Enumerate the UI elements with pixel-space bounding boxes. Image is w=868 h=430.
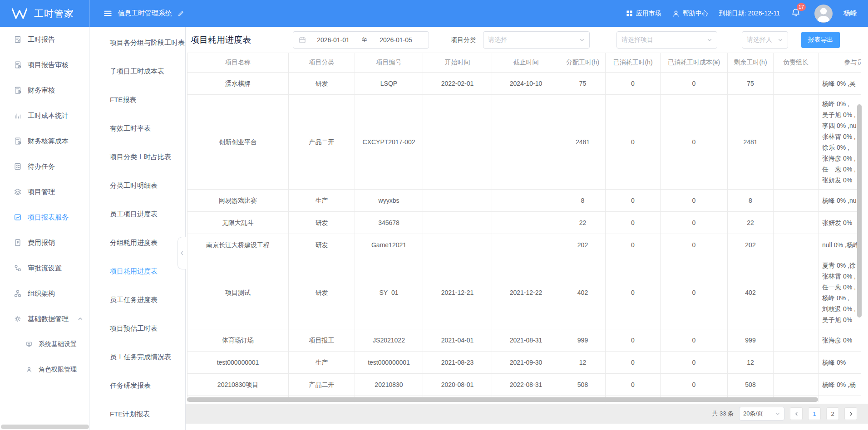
report-menu-item[interactable]: FTE报表 <box>90 86 185 114</box>
cell-category: 产品二开 <box>289 95 355 190</box>
cell-project-code: Game12021 <box>355 234 423 256</box>
main-panel: 项目耗用进度表 2026-01-01 至 2026-01-05 项目分类 请选择… <box>186 27 868 430</box>
date-end-input[interactable]: 2026-01-05 <box>369 36 423 44</box>
document-audit-icon <box>14 61 22 69</box>
report-menu-label: FTE计划报表 <box>110 410 150 419</box>
sidebar-item-base-data-management[interactable]: 基础数据管理 <box>0 306 89 332</box>
vertical-scrollbar[interactable] <box>857 104 862 318</box>
layers-icon <box>14 188 22 196</box>
project-placeholder: 请选择项目 <box>621 36 653 44</box>
person-select[interactable]: 请选择人 <box>742 31 788 49</box>
project-select[interactable]: 请选择项目 <box>616 31 717 49</box>
collapse-sidebar-handle[interactable] <box>178 237 186 269</box>
report-menu-item[interactable]: 有效工时率表 <box>90 114 185 143</box>
report-menu-label: 分类工时明细表 <box>110 181 158 190</box>
page-2-button[interactable]: 2 <box>826 407 839 420</box>
sidebar-item-worktime-cost-stats[interactable]: 工时成本统计 <box>0 103 89 128</box>
next-page-button[interactable] <box>844 407 857 420</box>
report-menu-item[interactable]: 分组耗用进度表 <box>90 229 185 257</box>
total-count: 共 33 条 <box>712 410 734 418</box>
notifications-button[interactable]: 17 <box>791 8 801 19</box>
report-menu-item[interactable]: 员工任务完成情况表 <box>90 343 185 371</box>
report-menu-item[interactable]: 员工项目进度表 <box>90 200 185 229</box>
export-button[interactable]: 报表导出 <box>801 32 840 48</box>
cell-consumed-hours: 0 <box>606 95 661 190</box>
sidebar-item-system-base-settings[interactable]: 系统基础设置 <box>0 332 89 357</box>
cell-allocated-hours: 22 <box>560 212 606 234</box>
report-menu-item[interactable]: 员工任务进度表 <box>90 286 185 314</box>
report-menu-label: 项目分类工时占比表 <box>110 153 171 161</box>
report-menu-item[interactable]: 项目分类工时占比表 <box>90 143 185 171</box>
report-menu-item[interactable]: 任务研发报表 <box>90 371 185 400</box>
report-menu-item[interactable]: FTE计划报表 <box>90 400 185 429</box>
page-1-button[interactable]: 1 <box>808 407 821 420</box>
horizontal-scrollbar[interactable] <box>187 397 818 402</box>
sidebar-item-finance-audit[interactable]: 财务审核 <box>0 78 89 103</box>
cell-allocated-hours: 202 <box>560 234 606 256</box>
report-menu-label: 任务研发报表 <box>110 381 151 390</box>
cell-participants: 夏青 0% ,徐 张林霄 0% , 任一葱 0% , 杨峰 0% , 刘枝迟 0… <box>819 256 861 329</box>
report-menu-item[interactable]: 项目预估工时表 <box>90 314 185 343</box>
prev-page-button[interactable] <box>790 407 803 420</box>
menu-toggle-icon[interactable] <box>104 9 112 18</box>
cell-consumed-hours: 0 <box>606 190 661 212</box>
cell-end-date <box>492 95 560 190</box>
edit-system-name-icon[interactable] <box>178 10 184 17</box>
cell-start-date <box>423 95 492 190</box>
column-header: 分配工时(h) <box>560 53 606 73</box>
chevron-up-icon <box>78 316 83 322</box>
sidebar-item-timesheet-report[interactable]: 工时报告 <box>0 27 89 52</box>
sidebar-item-project-management[interactable]: 项目管理 <box>0 179 89 205</box>
sidebar-item-role-permission[interactable]: 角色权限管理 <box>0 357 89 382</box>
page-size-select[interactable]: 20条/页 <box>739 407 784 420</box>
category-select[interactable]: 请选择 <box>483 31 590 49</box>
cell-allocated-hours: 2481 <box>560 95 606 190</box>
report-menu-item[interactable]: 项目各分组与阶段工时表 <box>90 29 185 57</box>
report-menu-label: 员工任务完成情况表 <box>110 353 171 362</box>
sidebar-item-org-structure[interactable]: 组织架构 <box>0 281 89 306</box>
cell-project-name: test000000001 <box>187 352 289 374</box>
date-range-picker[interactable]: 2026-01-01 至 2026-01-05 <box>293 31 429 49</box>
app-market-link[interactable]: 应用市场 <box>626 10 661 18</box>
report-menu-item[interactable]: 项目耗用进度表 <box>90 257 185 286</box>
sidebar-item-expense-reimbursement[interactable]: 费用报销 <box>0 230 89 255</box>
table-row: 溧水棋牌 研发 LSQP 2022-02-01 2024-10-10 75 0 … <box>187 73 861 95</box>
org-tree-icon <box>14 289 22 298</box>
cell-start-date: 2022-02-01 <box>423 73 492 95</box>
report-menu-item[interactable]: 子项目工时成本表 <box>90 57 185 86</box>
document-edit-icon <box>14 35 22 44</box>
cell-consumed-hours: 0 <box>606 212 661 234</box>
sidebar-item-project-report-service[interactable]: 项目报表服务 <box>0 205 89 230</box>
cell-allocated-hours: 75 <box>560 73 606 95</box>
table-row: 项目测试 研发 SY_01 2021-12-21 2021-12-22 402 … <box>187 256 861 329</box>
cell-remaining-hours: 202 <box>728 234 774 256</box>
date-start-input[interactable]: 2026-01-01 <box>306 36 360 44</box>
sidebar-item-label: 工时报告 <box>28 35 55 44</box>
cell-consumed-cost: 0 <box>661 190 728 212</box>
cell-consumed-hours: 0 <box>606 352 661 374</box>
todo-list-icon <box>14 162 22 171</box>
workflow-icon <box>14 264 22 272</box>
sidebar-item-approval-flow-settings[interactable]: 审批流设置 <box>0 255 89 281</box>
system-name: 信息工时管理系统 <box>118 9 172 18</box>
cell-participants: 杨峰 0% ,杨 <box>819 374 861 396</box>
app-market-icon <box>626 10 633 17</box>
topbar-right: 应用市场 帮助中心 到期日期: 2026-12-11 17 杨峰 <box>626 5 868 23</box>
sidebar-item-project-report-audit[interactable]: 项目报告审核 <box>0 52 89 78</box>
chevron-down-icon <box>778 37 783 43</box>
brand: 工时管家 <box>0 0 90 27</box>
report-menu-item[interactable]: 分类工时明细表 <box>90 171 185 200</box>
report-menu-label: 有效工时率表 <box>110 124 151 133</box>
cell-category: 项目报工 <box>289 329 355 352</box>
avatar[interactable] <box>814 5 833 23</box>
username[interactable]: 杨峰 <box>843 9 857 18</box>
cell-remaining-hours: 75 <box>728 73 774 95</box>
sidebar-item-todo-tasks[interactable]: 待办任务 <box>0 154 89 179</box>
cell-remaining-hours: 22 <box>728 212 774 234</box>
help-center-link[interactable]: 帮助中心 <box>672 10 708 18</box>
report-menu-label: 项目预估工时表 <box>110 324 158 333</box>
sidebar-item-finance-accounting-cost[interactable]: 财务核算成本 <box>0 128 89 154</box>
sidebar-horizontal-scrollbar[interactable] <box>1 425 89 429</box>
page-title: 项目耗用进度表 <box>191 34 251 46</box>
sidebar-item-label: 项目报表服务 <box>28 213 69 222</box>
